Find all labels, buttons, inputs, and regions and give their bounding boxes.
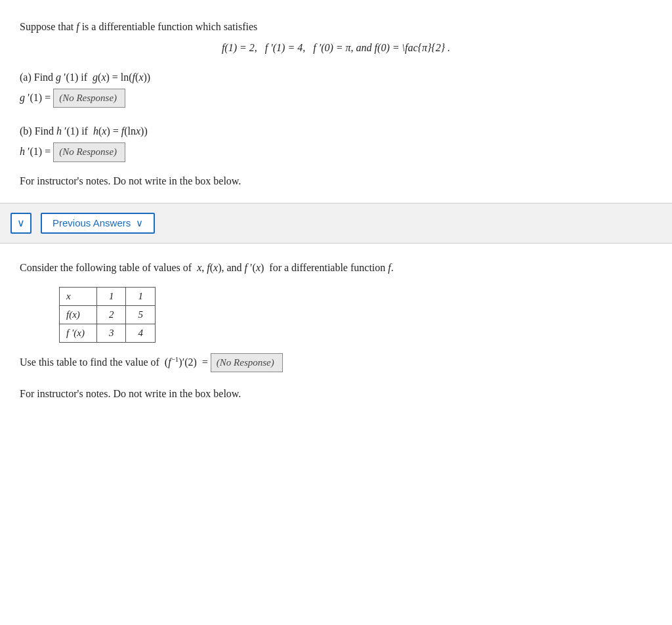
top-section: Suppose that f is a differentiable funct…	[0, 0, 672, 204]
instructor-note-top: For instructor's notes. Do not write in …	[20, 175, 652, 187]
find-value-line: Use this table to find the value of (f−1…	[20, 353, 652, 373]
table-cell-fpx-val2: 4	[126, 324, 156, 342]
collapse-button[interactable]: ∨	[10, 213, 32, 234]
prev-answers-label: Previous Answers	[52, 217, 131, 228]
problem-intro: Suppose that f is a differentiable funct…	[20, 18, 652, 35]
previous-answers-bar: ∨ Previous Answers ∨	[0, 204, 672, 244]
bottom-problem-intro: Consider the following table of values o…	[20, 259, 652, 276]
part-b-question: (b) Find h ′(1) if h(x) = f(lnx))	[20, 122, 652, 140]
bottom-response-box: (No Response)	[211, 353, 283, 373]
previous-answers-button[interactable]: Previous Answers ∨	[41, 213, 155, 234]
table-row-fpx: f ′(x) 3 4	[60, 324, 156, 342]
table-cell-fx-val1: 2	[96, 305, 126, 324]
part-b-response-box: (No Response)	[53, 142, 125, 162]
part-a-question: (a) Find g ′(1) if g(x) = ln(f(x))	[20, 68, 652, 86]
table-cell-fx-label: f(x)	[60, 305, 97, 324]
table-row-x: x 1 1	[60, 287, 156, 305]
part-a-response-box: (No Response)	[53, 89, 125, 108]
table-cell-fpx-val1: 3	[96, 324, 126, 342]
table-cell-fx-val2: 5	[126, 305, 156, 324]
part-b-answer-line: h ′(1) = (No Response)	[20, 142, 652, 162]
instructor-note-bottom: For instructor's notes. Do not write in …	[20, 388, 652, 400]
conditions-line: f(1) = 2, f ′(1) = 4, f ′(0) = π, and f(…	[20, 42, 652, 54]
chevron-expand-icon: ∨	[136, 217, 143, 229]
table-cell-fpx-label: f ′(x)	[60, 324, 97, 342]
values-table: x 1 1 f(x) 2 5 f ′(x) 3 4	[59, 287, 156, 343]
chevron-down-icon: ∨	[17, 217, 25, 229]
part-a-answer-line: g ′(1) = (No Response)	[20, 89, 652, 108]
table-cell-x-val2: 1	[126, 287, 156, 305]
table-row-fx: f(x) 2 5	[60, 305, 156, 324]
table-cell-x-label: x	[60, 287, 97, 305]
bottom-section: Consider the following table of values o…	[0, 244, 672, 418]
table-cell-x-val1: 1	[96, 287, 126, 305]
